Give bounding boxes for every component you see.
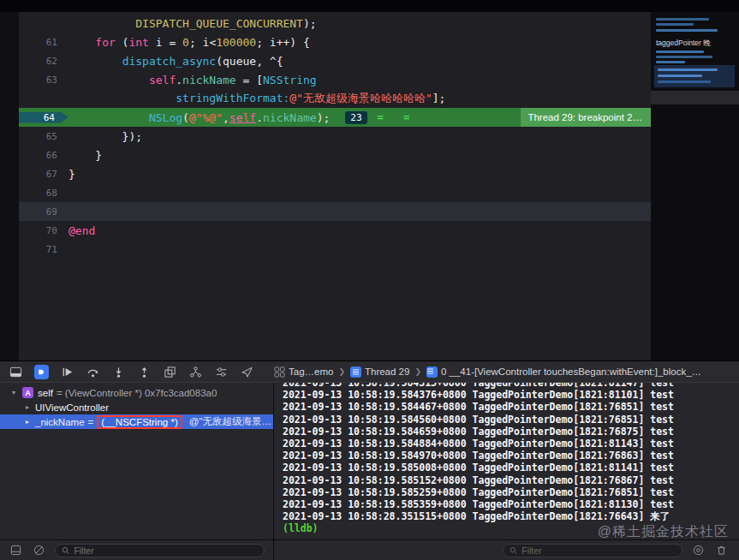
disclosure-triangle[interactable]: ▾ — [12, 389, 21, 396]
breadcrumb-separator: ❯ — [338, 367, 345, 376]
memory-graph-button[interactable] — [188, 365, 203, 379]
breadcrumb-thread[interactable]: Thread 29 — [350, 366, 409, 378]
variables-view-mode-icon[interactable] — [9, 543, 23, 557]
minimap[interactable]: taggedPointer 晚 — [651, 12, 739, 360]
breadcrumb-separator: ❯ — [414, 367, 421, 376]
step-into-button[interactable] — [111, 365, 126, 379]
code-text: NSLog(@"%@",self.nickName); — [69, 111, 330, 124]
continue-button[interactable] — [60, 365, 74, 379]
code-line-62: 62 dispatch_async(queue, ^{ — [19, 51, 651, 70]
minimap-code-block — [654, 65, 735, 87]
code-text: self.nickName = [NSString — [69, 74, 317, 86]
minimap-code-bar — [656, 18, 709, 21]
code-text: } — [69, 168, 75, 181]
line-number[interactable]: 66 — [19, 150, 69, 161]
console-scope-icon[interactable] — [691, 543, 706, 557]
disclosure-triangle[interactable]: ▸ — [26, 403, 35, 411]
console-line: 2021-09-13 10:58:19.584970+0800 TaggedPo… — [283, 450, 739, 462]
console-line: 2021-09-13 10:58:19.584884+0800 TaggedPo… — [283, 438, 739, 450]
breadcrumb-process-label: Tag…emo — [289, 366, 333, 377]
minimap-code-bar — [656, 51, 704, 53]
minimap-code-bar — [656, 23, 694, 26]
variable-name: _nickName — [35, 417, 85, 427]
variable-equals: = — [88, 417, 94, 427]
breakpoint-marks: = = — [378, 111, 417, 123]
thread-icon — [350, 366, 361, 378]
step-over-button[interactable] — [86, 365, 100, 379]
disclosure-triangle[interactable]: ▸ — [26, 418, 35, 426]
variable-type-icon: A — [22, 387, 33, 398]
console-line: 2021-09-13 10:58:19.584467+0800 TaggedPo… — [283, 401, 739, 413]
console-filter-field[interactable] — [503, 544, 682, 557]
minimap-file-label: taggedPointer 晚 — [656, 39, 711, 49]
console-line: 2021-09-13 10:58:19.585008+0800 TaggedPo… — [283, 462, 739, 474]
line-number[interactable]: 68 — [19, 188, 69, 199]
code-line-67: 67} — [19, 164, 651, 183]
minimap-code-bar — [658, 69, 718, 71]
breakpoint-line-number[interactable]: 64 — [19, 112, 69, 123]
minimap-viewport-indicator[interactable] — [651, 91, 739, 104]
variables-filter-input[interactable] — [74, 545, 258, 556]
console-line: 2021-09-13 10:58:28.351515+0800 TaggedPo… — [283, 510, 739, 522]
line-number[interactable]: 62 — [19, 56, 69, 67]
code-line-65: 65 }); — [19, 127, 651, 146]
code-line-63: 63 self.nickName = [NSString — [19, 70, 651, 89]
stack-frame-icon — [426, 366, 438, 378]
process-grid-icon — [274, 366, 285, 378]
line-number[interactable]: 67 — [19, 169, 69, 180]
code-line-69: 69 — [19, 202, 651, 221]
console-filter-input[interactable] — [521, 545, 676, 556]
variable-row-self[interactable]: ▾ A self = (ViewController *) 0x7fc3cad0… — [0, 385, 273, 400]
console-line: 2021-09-13 10:58:19.585359+0800 TaggedPo… — [283, 498, 739, 510]
breakpoints-toggle-button[interactable] — [34, 365, 49, 379]
line-number[interactable]: 61 — [19, 37, 69, 48]
xcode-window: DISPATCH_QUEUE_CONCURRENT);61 for (int i… — [0, 0, 739, 560]
search-icon — [510, 546, 517, 555]
line-number[interactable]: 70 — [19, 225, 69, 236]
breadcrumb-thread-label: Thread 29 — [365, 366, 409, 377]
code-line-70: 70@end — [19, 221, 651, 240]
line-number[interactable]: 63 — [19, 74, 69, 86]
debug-breadcrumb: Tag…emo ❯ Thread 29 ❯ 0 __41-[ViewContro… — [274, 366, 730, 378]
code-line-61: 61 for (int i = 0; i<100000; i++) { — [19, 33, 651, 51]
console-output[interactable]: 2021-09-13 10:58:19.584313+0800 TaggedPo… — [274, 383, 739, 539]
debug-view-hierarchy-button[interactable] — [163, 365, 177, 379]
variable-detail: = (ViewController *) 0x7fc3cad083a0 — [57, 388, 217, 398]
window-top-strip — [0, 0, 739, 12]
console-line: 2021-09-13 10:58:19.584659+0800 TaggedPo… — [283, 426, 739, 438]
nscfstring-type-annotation: (__NSCFString *) — [97, 415, 182, 429]
code-text: for (int i = 0; i<100000; i++) { — [69, 36, 310, 49]
clear-console-trash-icon[interactable] — [714, 543, 729, 557]
variable-row-uiviewcontroller[interactable]: ▸ UIViewController — [0, 400, 273, 414]
code-lines: DISPATCH_QUEUE_CONCURRENT);61 for (int i… — [19, 12, 651, 360]
breadcrumb-stack-frame[interactable]: 0 __41-[ViewController touchesBegan:with… — [426, 366, 701, 378]
code-line-64: 64 NSLog(@"%@",self.nickName);23= =Threa… — [19, 108, 651, 127]
simulate-location-button[interactable] — [240, 365, 254, 379]
environment-overrides-button[interactable] — [214, 365, 229, 379]
line-number[interactable]: 69 — [19, 206, 69, 217]
code-text: dispatch_async(queue, ^{ — [69, 55, 283, 68]
console-line: 2021-09-13 10:58:19.584376+0800 TaggedPo… — [283, 389, 739, 401]
lldb-prompt: (lldb) — [283, 522, 739, 534]
minimap-code-bar — [656, 61, 685, 63]
variable-name: self — [38, 388, 53, 398]
breakpoint-hit-count: 23 — [345, 111, 367, 124]
step-out-button[interactable] — [137, 365, 152, 379]
console-line: 2021-09-13 10:58:19.585152+0800 TaggedPo… — [283, 474, 739, 486]
debug-toolbar: Tag…emo ❯ Thread 29 ❯ 0 __41-[ViewContro… — [0, 360, 739, 383]
code-line: stringWithFormat:@"无敌超级海景哈哈哈哈哈"]; — [19, 89, 651, 108]
line-number[interactable]: 65 — [19, 131, 69, 142]
variable-name: UIViewController — [35, 402, 109, 413]
breadcrumb-frame-label: 0 __41-[ViewController touchesBegan:with… — [441, 366, 701, 377]
thread-breakpoint-badge[interactable]: Thread 29: breakpoint 2… — [520, 108, 651, 127]
line-number[interactable]: 71 — [19, 244, 69, 255]
console-line: 2021-09-13 10:58:19.585259+0800 TaggedPo… — [283, 486, 739, 498]
search-icon — [62, 546, 69, 555]
variable-row-nickname[interactable]: ▸ _nickName = (__NSCFString *) @"无敌超级海景… — [0, 414, 273, 429]
minimap-code-bar — [656, 29, 718, 32]
variables-filter-field[interactable] — [55, 544, 265, 557]
hide-debug-area-button[interactable] — [9, 365, 23, 379]
show-only-changed-icon[interactable] — [32, 543, 46, 557]
console-footer — [274, 540, 739, 560]
breadcrumb-process[interactable]: Tag…emo — [274, 366, 333, 378]
